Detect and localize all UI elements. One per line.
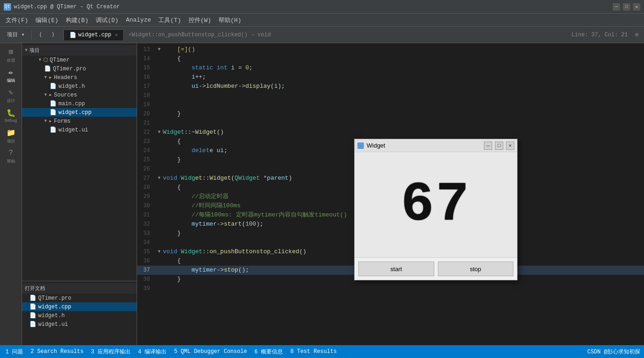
menu-widgets[interactable]: 控件(W) [185,14,215,26]
status-test-results[interactable]: 8 Test Results [288,348,339,355]
welcome-icon: ⊞ [6,47,16,57]
open-docs-label: 打开文档 [25,285,45,292]
menu-tools[interactable]: 工具(T) [155,14,184,26]
code-line-16: 16 i++; [137,73,644,82]
activity-edit[interactable]: ✏ 编辑 [2,66,20,85]
open-docs-header[interactable]: 打开文档 [22,283,137,294]
menu-debug[interactable]: 调试(D) [92,14,122,26]
tree-item-label: QTimer.pro [53,66,86,72]
tree-forms-folder[interactable]: ▼ ▸ Forms [22,117,137,125]
doc-label: widget.cpp [38,304,71,310]
open-doc-widget-ui[interactable]: 📄 widget.ui [22,320,137,329]
status-overview[interactable]: 6 概要信息 [253,348,285,356]
folder-icon: ▸ [49,118,52,125]
line-col-indicator: Line: 37, Col: 21 [568,32,631,38]
tab-widget-cpp[interactable]: 📄 widget.cpp ✕ [63,29,124,40]
sidebar-header[interactable]: ▼ 项目 [22,45,137,56]
activity-bar: ⊞ 欢迎 ✏ 编辑 ✎ 设计 🐛 Debug 📁 项目 ? 帮助 [0,43,22,345]
settings-icon[interactable]: ⚙ [632,31,641,38]
main-layout: ⊞ 欢迎 ✏ 编辑 ✎ 设计 🐛 Debug 📁 项目 ? 帮助 ▼ 项目 [0,43,644,345]
tree-main-cpp[interactable]: 📄 main.cpp [22,99,137,108]
minimize-button[interactable]: — [613,3,620,11]
menu-analyze[interactable]: Analyze [122,15,155,25]
widget-close-button[interactable]: ✕ [506,142,514,150]
tab-close-icon[interactable]: ✕ [115,32,118,38]
tree-sources-folder[interactable]: ▼ ▸ Sources [22,91,137,99]
activity-design-label: 设计 [7,98,15,104]
code-line-18: 18 [137,91,644,100]
doc-label: widget.h [38,313,65,319]
tree-item-label: widget.h [58,83,85,90]
project-tree: ▼ 项目 ▼ ⬡ QTimer 📄 QTimer.pro ▼ ▸ Headers… [22,43,137,281]
doc-icon: 📄 [29,312,36,319]
activity-project[interactable]: 📁 项目 [2,127,20,145]
activity-debug[interactable]: 🐛 Debug [2,107,20,125]
activity-help[interactable]: ? 帮助 [2,147,20,165]
status-search[interactable]: 2 Search Results [29,348,85,355]
breadcrumb-text: ⚡Widget::on_pushButtonstop_clicked() → v… [128,31,271,38]
menu-file[interactable]: 文件(F) [2,14,32,26]
open-doc-widget-cpp[interactable]: 📄 widget.cpp [22,302,137,311]
open-doc-qtimer-pro[interactable]: 📄 QTimer.pro [22,294,137,302]
tree-item-label: Headers [54,74,77,81]
tree-item-label: QTimer [50,57,69,63]
doc-label: QTimer.pro [38,295,71,301]
help-icon: ? [6,148,16,158]
title-text: widget.cpp @ QTimer - Qt Creator [14,4,613,10]
activity-welcome[interactable]: ⊞ 欢迎 [2,46,20,64]
code-line-21: 21 [137,119,644,128]
menu-help[interactable]: 帮助(H) [215,14,245,26]
sidebar-header-label: 项目 [29,47,40,54]
widget-titlebar[interactable]: Widget — □ ✕ [355,139,517,152]
widget-start-button[interactable]: start [358,261,434,276]
maximize-button[interactable]: □ [623,3,630,11]
file-icon: 📄 [50,109,57,116]
widget-title: Widget [367,142,481,149]
tree-headers-folder[interactable]: ▼ ▸ Headers [22,73,137,82]
widget-floating-window: Widget — □ ✕ 67 start stop [354,139,518,280]
activity-welcome-label: 欢迎 [7,57,15,63]
edit-icon: ✏ [6,68,16,77]
activity-help-label: 帮助 [7,159,15,165]
file-icon: 📄 [50,126,57,133]
code-line-20: 20 } [137,109,644,119]
open-docs-panel: 打开文档 📄 QTimer.pro 📄 widget.cpp 📄 widget.… [22,281,137,345]
status-problems[interactable]: 1 问题 [4,348,25,356]
activity-design[interactable]: ✎ 设计 [2,86,20,105]
widget-minimize-button[interactable]: — [484,142,492,150]
doc-icon: 📄 [29,303,36,310]
tab-label: widget.cpp [78,32,111,38]
widget-stop-button[interactable]: stop [438,261,514,276]
menu-build[interactable]: 构建(B) [62,14,92,26]
widget-lcd-display: 67 [355,152,517,258]
tree-widget-h[interactable]: 📄 widget.h [22,82,137,91]
open-doc-widget-h[interactable]: 📄 widget.h [22,311,137,320]
code-line-19: 19 [137,100,644,109]
tree-widget-ui[interactable]: 📄 widget.ui [22,125,137,134]
editor-area[interactable]: 13 ▼ [=]() 14 { 15 static int i = 0; 16 [137,43,644,345]
toolbar-btn-1[interactable]: ⟨ [34,30,46,40]
widget-button-row: start stop [355,258,517,280]
close-button[interactable]: ✕ [633,3,640,11]
code-line-39: 39 [137,284,644,293]
code-line-17: 17 ui->lcdNumber->display(i); [137,82,644,91]
design-icon: ✎ [6,88,16,97]
window-controls: — □ ✕ [613,3,640,11]
widget-maximize-button[interactable]: □ [495,142,503,150]
activity-debug-label: Debug [5,119,17,123]
title-bar: Qt widget.cpp @ QTimer - Qt Creator — □ … [0,0,644,14]
toolbar-btn-2[interactable]: ⟩ [47,30,59,40]
status-app-output[interactable]: 3 应用程序输出 [89,348,132,356]
tree-widget-cpp[interactable]: 📄 widget.cpp [22,108,137,117]
menu-edit[interactable]: 编辑(E) [32,14,62,26]
debug-icon: 🐛 [6,108,16,118]
status-build-output[interactable]: 4 编译输出 [136,348,168,356]
tree-item-label: widget.ui [58,127,88,133]
lcd-value: 67 [401,177,471,233]
breadcrumb-bar: ⚡Widget::on_pushButtonstop_clicked() → v… [125,31,567,38]
tree-qtimer-pro[interactable]: 📄 QTimer.pro [22,64,137,73]
project-dropdown[interactable]: 项目 ▾ [3,29,29,40]
tab-icon: 📄 [69,32,76,39]
tree-qtimer-project[interactable]: ▼ ⬡ QTimer [22,56,137,64]
status-qml-debugger[interactable]: 5 QML Debugger Console [172,348,248,355]
